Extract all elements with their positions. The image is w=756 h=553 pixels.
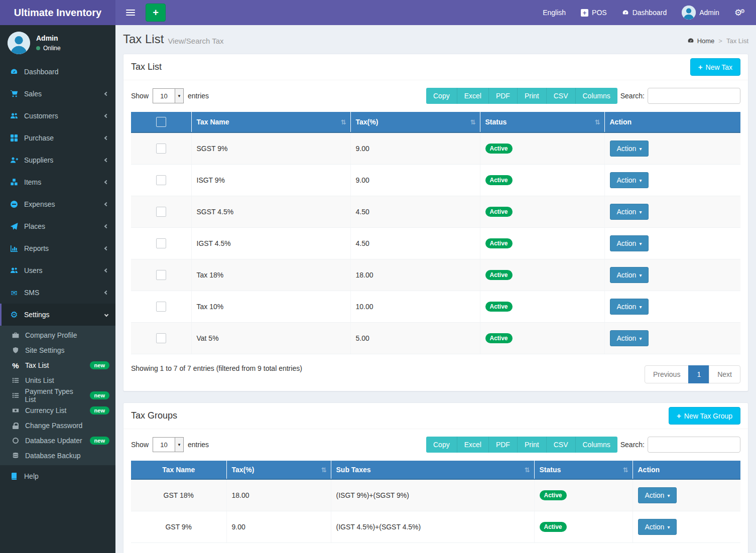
column-header-tax-name[interactable]: Tax Name⇅ — [191, 112, 350, 132]
chevron-left-icon — [104, 136, 108, 140]
caret-down-icon: ▾ — [639, 209, 642, 215]
copy-button[interactable]: Copy — [426, 88, 457, 104]
column-header-sub-taxes[interactable]: Sub Taxes⇅ — [331, 461, 534, 479]
sort-icon: ⇅ — [525, 466, 530, 474]
column-header-tax-percent[interactable]: Tax(%)⇅ — [350, 112, 480, 132]
row-checkbox[interactable] — [156, 302, 166, 312]
envelope-icon: ✉ — [9, 289, 19, 297]
previous-page-button[interactable]: Previous — [645, 365, 689, 383]
sidebar-item-purchase[interactable]: Purchase — [0, 127, 115, 149]
tax-name-cell: SGST 4.5% — [191, 196, 350, 228]
sidebar-item-reports[interactable]: Reports — [0, 237, 115, 259]
entries-label: entries — [188, 92, 209, 100]
chevron-down-icon — [104, 313, 108, 317]
next-page-button[interactable]: Next — [709, 365, 740, 383]
csv-button[interactable]: CSV — [547, 437, 576, 453]
nav-language[interactable]: English — [543, 9, 566, 17]
submenu-item-tax-list[interactable]: % Tax List new — [0, 358, 115, 373]
action-dropdown-button[interactable]: Action▾ — [610, 267, 649, 283]
sidebar-item-suppliers[interactable]: Suppliers — [0, 149, 115, 171]
action-dropdown-button[interactable]: Action▾ — [610, 235, 649, 251]
column-header-status[interactable]: Status⇅ — [534, 461, 633, 479]
page-length-select[interactable]: 10 ▼ — [153, 88, 184, 103]
cubes-icon — [9, 178, 19, 186]
sidebar-item-expenses[interactable]: Expenses — [0, 193, 115, 215]
breadcrumb-home[interactable]: Home — [687, 37, 715, 45]
new-tax-group-button[interactable]: + New Tax Group — [669, 407, 740, 425]
row-checkbox[interactable] — [156, 270, 166, 280]
nav-pos[interactable]: + POS — [581, 9, 607, 17]
lock-icon — [11, 423, 20, 429]
quick-add-button[interactable]: + — [146, 4, 166, 22]
sidebar-item-dashboard[interactable]: Dashboard — [0, 61, 115, 83]
brand-logo[interactable]: Ultimate Inventory — [0, 0, 115, 25]
sidebar-item-help[interactable]: Help — [0, 465, 115, 487]
tachometer-icon — [622, 9, 629, 16]
print-button[interactable]: Print — [518, 88, 547, 104]
sidebar-item-items[interactable]: Items — [0, 171, 115, 193]
action-dropdown-button[interactable]: Action▾ — [610, 204, 649, 220]
circle-icon — [11, 438, 20, 444]
user-plus-icon — [9, 156, 19, 164]
submenu-item-site-settings[interactable]: Site Settings — [0, 343, 115, 358]
sidebar-item-settings[interactable]: ⚙ Settings — [0, 304, 115, 326]
nav-user[interactable]: Admin — [682, 6, 719, 20]
pdf-button[interactable]: PDF — [489, 88, 518, 104]
excel-button[interactable]: Excel — [457, 88, 489, 104]
pdf-button[interactable]: PDF — [489, 437, 518, 453]
column-header-status[interactable]: Status⇅ — [480, 112, 604, 132]
submenu-item-payment-types-list[interactable]: Payment Types List new — [0, 388, 115, 403]
minus-circle-icon — [9, 200, 19, 208]
page-1-button[interactable]: 1 — [688, 365, 709, 383]
row-checkbox[interactable] — [156, 144, 166, 154]
row-checkbox[interactable] — [156, 238, 166, 248]
sidebar-item-places[interactable]: Places — [0, 215, 115, 237]
row-checkbox[interactable] — [156, 175, 166, 185]
select-all-checkbox[interactable] — [156, 117, 166, 127]
excel-button[interactable]: Excel — [457, 437, 489, 453]
action-dropdown-button[interactable]: Action▾ — [638, 519, 677, 535]
table-row: ISGT 9% 9.00 Active Action▾ — [131, 165, 740, 196]
caret-down-icon: ▾ — [639, 146, 642, 152]
caret-down-icon: ▾ — [639, 241, 642, 246]
action-dropdown-button[interactable]: Action▾ — [610, 330, 649, 346]
submenu-item-change-password[interactable]: Change Password — [0, 418, 115, 433]
new-tax-button[interactable]: + New Tax — [690, 58, 740, 76]
columns-button[interactable]: Columns — [576, 437, 617, 453]
search-input[interactable] — [648, 437, 740, 453]
users-icon — [9, 266, 19, 274]
tax-list-panel: Tax List + New Tax Show 10 ▼ entries Cop… — [123, 54, 748, 391]
action-dropdown-button[interactable]: Action▾ — [610, 299, 649, 315]
action-dropdown-button[interactable]: Action▾ — [610, 141, 649, 157]
column-header-tax-percent[interactable]: Tax(%)⇅ — [226, 461, 331, 479]
search-input[interactable] — [648, 88, 740, 104]
submenu-item-company-profile[interactable]: Company Profile — [0, 328, 115, 343]
nav-settings[interactable]: ⚙⚙ — [734, 9, 745, 17]
sidebar-toggle-icon[interactable] — [119, 0, 142, 25]
sidebar-item-sales[interactable]: Sales — [0, 83, 115, 105]
tax-percent-cell: 18.00 — [226, 479, 331, 511]
submenu-item-units-list[interactable]: Units List — [0, 373, 115, 388]
submenu-item-database-backup[interactable]: Database Backup — [0, 448, 115, 463]
column-header-action: Action — [604, 112, 740, 132]
tax-name-cell: Tax 10% — [191, 291, 350, 323]
columns-button[interactable]: Columns — [576, 88, 617, 104]
submenu-item-currency-list[interactable]: Currency List new — [0, 403, 115, 418]
plus-icon: + — [698, 63, 703, 71]
row-checkbox[interactable] — [156, 333, 166, 343]
sidebar-item-sms[interactable]: ✉ SMS — [0, 282, 115, 304]
nav-dashboard[interactable]: Dashboard — [622, 9, 667, 17]
sidebar-item-customers[interactable]: Customers — [0, 105, 115, 127]
page-length-select[interactable]: 10 ▼ — [153, 437, 184, 452]
table-row: GST 18% 18.00 (ISGT 9%)+(SGST 9%) Active… — [131, 479, 740, 511]
plus-square-icon: + — [581, 9, 588, 17]
sidebar-item-users[interactable]: Users — [0, 259, 115, 282]
row-checkbox[interactable] — [156, 207, 166, 217]
csv-button[interactable]: CSV — [547, 88, 576, 104]
print-button[interactable]: Print — [518, 437, 547, 453]
copy-button[interactable]: Copy — [426, 437, 457, 453]
panel-title: Tax List — [131, 62, 162, 72]
action-dropdown-button[interactable]: Action▾ — [638, 487, 677, 503]
action-dropdown-button[interactable]: Action▾ — [610, 172, 649, 188]
submenu-item-database-updater[interactable]: Database Updater new — [0, 433, 115, 448]
